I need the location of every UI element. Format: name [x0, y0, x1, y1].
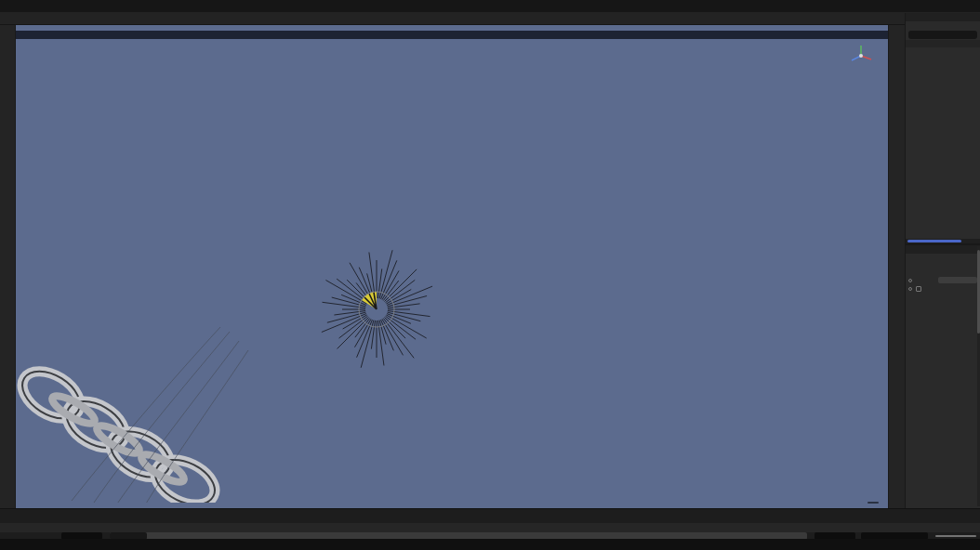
viewport-canvas[interactable] — [16, 25, 888, 508]
tool-palette — [0, 25, 16, 508]
viewport-panel — [16, 25, 888, 508]
object-search-input[interactable] — [908, 31, 977, 39]
status-bar — [0, 539, 980, 550]
memory-progress-bar — [935, 535, 976, 537]
attribute-mode-row — [906, 261, 980, 269]
object-manager-path-row — [906, 40, 980, 47]
object-tree — [906, 47, 980, 239]
object-tree-hscrollbar[interactable] — [906, 239, 980, 243]
timeline-ruler[interactable] — [0, 523, 980, 532]
object-manager-tabs — [906, 13, 980, 21]
manager-panel — [905, 13, 980, 508]
playback-controls — [0, 510, 980, 522]
viewport-menu-icon[interactable] — [21, 20, 33, 31]
anim-dot-icon[interactable] — [908, 279, 912, 282]
redo-icon[interactable] — [20, 1, 32, 12]
axis-gizmo[interactable] — [847, 42, 875, 70]
attribute-toolbar — [906, 254, 980, 261]
anim-dot-icon[interactable] — [908, 287, 912, 291]
object-palette-strip — [888, 25, 905, 508]
object-manager-menu — [906, 21, 980, 30]
blend-checkbox[interactable] — [916, 286, 921, 292]
type-dropdown[interactable] — [938, 277, 977, 283]
undo-icon[interactable] — [6, 1, 17, 12]
blend-object-color-row — [906, 284, 980, 293]
attribute-manager-tabs — [906, 245, 980, 254]
new-document-tab-button[interactable] — [69, 0, 84, 12]
3d-scene — [16, 25, 888, 503]
viewport-menu — [16, 20, 33, 30]
timeline-panel — [0, 508, 980, 539]
title-bar — [0, 0, 980, 12]
cinema4d-window — [0, 0, 980, 550]
main-toolbar — [0, 12, 980, 25]
grid-spacing-label — [867, 502, 879, 504]
workplane-icon[interactable] — [64, 13, 75, 24]
type-row — [906, 276, 980, 284]
viewport-camera-bar[interactable] — [16, 31, 888, 39]
attribute-manager — [906, 243, 980, 508]
